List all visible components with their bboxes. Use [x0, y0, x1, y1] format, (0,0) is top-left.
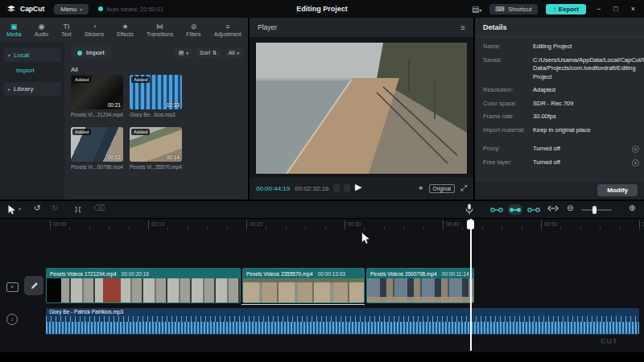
zoom-in-icon[interactable]: ⊕ — [629, 204, 635, 212]
zoom-slider-knob[interactable] — [592, 206, 597, 214]
media-name: Pexels Vi...00798.mp4 — [71, 164, 123, 170]
player-title: Player — [258, 23, 277, 31]
media-name: Glory Be...kios.mp3 — [130, 112, 182, 117]
export-icon: ↑ — [553, 6, 556, 13]
gear-icon[interactable] — [632, 159, 639, 167]
adapt-timeline-icon[interactable] — [547, 204, 559, 214]
video-track-icon[interactable]: ▸ — [6, 282, 19, 292]
playhead-line[interactable] — [470, 219, 472, 351]
timeline-clip-audio[interactable]: Glory Be - Patrick Patrikios.mp3 — [46, 308, 639, 335]
audio-track-icon[interactable]: ♪ — [6, 314, 18, 325]
tab-transitions[interactable]: ⋈ Transitions — [147, 18, 173, 42]
next-frame-icon[interactable] — [344, 184, 350, 192]
detail-row-colorspace: Color space: SDR - Rec.709 — [483, 100, 638, 109]
select-tool-icon[interactable] — [7, 204, 16, 216]
detail-value: C:/Users/Usama/AppData/Local/CapCut/User… — [533, 56, 633, 82]
media-item-video-1[interactable]: Added 00:21 Pexels Vi...21294.mp4 — [71, 75, 123, 117]
import-button[interactable]: Import — [71, 47, 111, 59]
record-voiceover-icon[interactable] — [465, 204, 473, 216]
zoom-out-icon[interactable]: ⊖ — [567, 204, 573, 212]
sidebar-item-import[interactable]: Import — [3, 64, 61, 77]
clip-header: Pexels Videos 1721294.mp4 00:00:20:16 — [47, 269, 240, 278]
clip-duration: 00:00:11:14 — [442, 271, 469, 277]
cover-edit-button[interactable] — [24, 276, 43, 295]
media-item-video-2[interactable]: Added 00:12 Pexels Vi...00798.mp4 — [71, 127, 123, 170]
delete-icon[interactable]: ⌫ — [93, 204, 105, 212]
close-button[interactable]: × — [629, 5, 638, 13]
preview-axis-toggle[interactable] — [526, 204, 541, 215]
gear-icon[interactable] — [632, 146, 639, 153]
detail-label: Name: — [483, 43, 533, 51]
detail-row-resolution: Resolution: Adapted — [483, 86, 638, 95]
media-item-video-3[interactable]: Added 00:14 Pexels Vi...55570.mp4 — [130, 127, 182, 170]
layout-icon[interactable]: ▤▾ — [472, 5, 481, 14]
titlebar: CapCut Menu ▾ Auto saved: 20:50:01 Editi… — [0, 0, 644, 18]
tab-label: Stickers — [85, 31, 104, 37]
tab-effects[interactable]: ★ Effects — [117, 18, 134, 42]
sidebar-label: Library — [14, 85, 33, 93]
added-badge: Added — [131, 129, 150, 135]
watermark: CUT — [601, 337, 618, 345]
view-mode-button[interactable]: ▤ ▾ — [175, 48, 192, 58]
transitions-icon: ⋈ — [156, 23, 163, 31]
clip-filmstrip — [47, 278, 240, 302]
tab-stickers[interactable]: ◔ Stickers — [85, 18, 104, 42]
timeline-zoom-slider[interactable] — [581, 209, 612, 211]
playhead-handle[interactable] — [467, 220, 474, 229]
detail-value: Keep in original place — [533, 126, 633, 135]
tab-adjustment[interactable]: ≡ Adjustment — [214, 18, 242, 42]
chevron-down-icon: ▾ — [80, 6, 82, 12]
detail-label: Resolution: — [483, 86, 533, 95]
redo-icon[interactable]: ↻ — [52, 204, 58, 212]
select-tool-chevron-icon[interactable]: ▾ — [19, 206, 21, 212]
clip-filmstrip — [243, 278, 364, 302]
stickers-icon: ◔ — [92, 23, 96, 31]
snapshot-icon[interactable]: ⌖ — [419, 183, 423, 193]
detail-label: Frame rate: — [483, 113, 533, 121]
export-button[interactable]: ↑ Export — [546, 4, 586, 14]
sidebar-item-local[interactable]: ▾ Local — [3, 48, 61, 62]
tab-label: Effects — [117, 31, 134, 37]
sidebar-label: Local — [14, 51, 29, 59]
timeline-clip-video-1[interactable]: Pexels Videos 1721294.mp4 00:00:20:16 — [46, 268, 241, 303]
video-preview[interactable] — [256, 43, 467, 174]
chevron-right-icon: ▸ — [8, 86, 10, 92]
tab-filters[interactable]: ⊚ Filters — [186, 18, 201, 42]
maximize-button[interactable]: □ — [611, 5, 620, 13]
details-panel: Details Name: Editing Project Saved: C:/… — [475, 18, 644, 200]
export-label: Export — [559, 6, 579, 13]
filter-button[interactable]: All ▾ — [225, 48, 243, 58]
minimize-button[interactable]: − — [594, 5, 603, 13]
tab-text[interactable]: TI Text — [61, 18, 71, 42]
detail-row-proxy: Proxy: Turned off — [483, 145, 638, 154]
sort-button[interactable]: Sort ⇅ — [196, 48, 221, 58]
filter-label: All — [229, 50, 235, 56]
timeline-clip-video-2[interactable]: Pexels Videos 2355570.mp4 00:00:13:03 — [242, 268, 365, 303]
prev-frame-icon[interactable] — [333, 184, 340, 192]
clip-name: Pexels Videos 2355570.mp4 — [246, 271, 313, 277]
filters-icon: ⊚ — [191, 23, 197, 31]
fullscreen-icon[interactable]: ⤢ — [460, 183, 467, 193]
sidebar-item-library[interactable]: ▸ Library — [3, 82, 61, 96]
detail-value: Adapted — [533, 86, 633, 95]
menu-button[interactable]: Menu ▾ — [54, 4, 89, 14]
magnetic-snap-toggle[interactable] — [489, 204, 504, 215]
player-menu-icon[interactable]: ≡ — [460, 23, 465, 32]
tab-audio[interactable]: ◉ Audio — [35, 18, 48, 42]
tab-media[interactable]: ▣ Media — [6, 18, 22, 42]
media-item-audio[interactable]: Added 02:33 Glory Be...kios.mp3 — [130, 75, 182, 117]
quality-selector[interactable]: Original — [429, 184, 455, 193]
waveform — [46, 322, 639, 334]
detail-row-saved: Saved: C:/Users/Usama/AppData/Local/CapC… — [483, 56, 638, 82]
play-button[interactable]: ▶ — [355, 182, 361, 192]
clip-duration: 00:00:20:16 — [122, 271, 149, 277]
autosave-text: Auto saved: 20:50:01 — [106, 6, 163, 13]
shortcut-button[interactable]: ⌨ Shortcut — [489, 4, 537, 14]
split-icon[interactable]: ][ — [74, 205, 82, 212]
timeline-clip-video-3[interactable]: Pexels Videos 2000798.mp4 00:00:11:14 — [366, 268, 474, 303]
undo-icon[interactable]: ↺ — [34, 204, 40, 212]
modify-button[interactable]: Modify — [597, 184, 638, 196]
link-toggle[interactable] — [508, 204, 522, 215]
detail-value: Editing Project — [533, 43, 633, 51]
autosave-dot-icon — [98, 6, 103, 11]
